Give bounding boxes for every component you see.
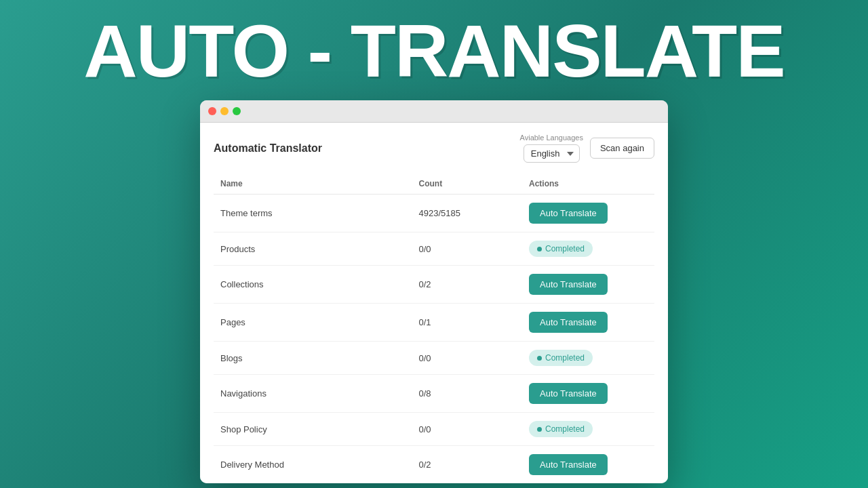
completed-dot-icon [537,356,542,361]
minimize-button[interactable] [220,107,229,115]
row-count: 0/0 [412,413,523,446]
auto-translate-button[interactable]: Auto Translate [529,312,608,333]
table-row: Navigations0/8Auto Translate [214,375,654,413]
language-section: Aviable Languages English French Spanish… [520,134,583,163]
close-button[interactable] [208,107,216,115]
completed-dot-icon [537,247,542,251]
auto-translate-button[interactable]: Auto Translate [529,203,608,224]
row-name: Collections [214,266,412,304]
table-body: Theme terms4923/5185Auto TranslateProduc… [214,195,654,484]
table-row: Collections0/2Auto Translate [214,266,654,304]
row-name: Blogs [214,342,412,375]
col-header-actions: Actions [522,174,654,195]
auto-translate-button[interactable]: Auto Translate [529,454,608,475]
table-row: Blogs0/0Completed [214,342,654,375]
completed-dot-icon [537,427,542,432]
row-action: Auto Translate [522,195,654,232]
table-row: Theme terms4923/5185Auto Translate [214,195,654,232]
col-header-count: Count [412,174,523,195]
completed-badge: Completed [529,350,593,366]
window-titlebar [200,100,668,123]
auto-translate-button[interactable]: Auto Translate [529,274,608,295]
row-count: 0/0 [412,232,523,266]
table-header: Name Count Actions [214,174,654,195]
language-label: Aviable Languages [520,134,583,142]
window-header: Automatic Translator Aviable Languages E… [214,134,654,163]
auto-translate-button[interactable]: Auto Translate [529,383,608,404]
maximize-button[interactable] [233,107,241,115]
language-select[interactable]: English French Spanish German [524,144,580,163]
row-action: Completed [522,232,654,266]
row-action: Auto Translate [522,446,654,484]
row-name: Theme terms [214,195,412,232]
app-title: Automatic Translator [214,142,322,155]
row-action: Completed [522,342,654,375]
header-controls: Aviable Languages English French Spanish… [520,134,654,163]
row-name: Shop Policy [214,413,412,446]
scan-again-button[interactable]: Scan again [590,138,654,159]
window-content: Automatic Translator Aviable Languages E… [200,123,668,483]
row-action: Auto Translate [522,375,654,413]
row-count: 4923/5185 [412,195,523,232]
table-row: Shop Policy0/0Completed [214,413,654,446]
row-action: Completed [522,413,654,446]
row-action: Auto Translate [522,304,654,342]
row-count: 0/2 [412,266,523,304]
translation-table: Name Count Actions Theme terms4923/5185A… [214,174,654,483]
row-name: Products [214,232,412,266]
row-name: Pages [214,304,412,342]
app-window: Automatic Translator Aviable Languages E… [200,100,668,483]
table-row: Delivery Method0/2Auto Translate [214,446,654,484]
table-row: Products0/0Completed [214,232,654,266]
row-name: Delivery Method [214,446,412,484]
table-row: Pages0/1Auto Translate [214,304,654,342]
col-header-name: Name [214,174,412,195]
completed-badge: Completed [529,241,593,257]
row-name: Navigations [214,375,412,413]
row-count: 0/1 [412,304,523,342]
row-count: 0/0 [412,342,523,375]
completed-badge: Completed [529,421,593,437]
row-count: 0/8 [412,375,523,413]
row-action: Auto Translate [522,266,654,304]
page-hero-title: Auto - Translate [83,14,784,88]
row-count: 0/2 [412,446,523,484]
